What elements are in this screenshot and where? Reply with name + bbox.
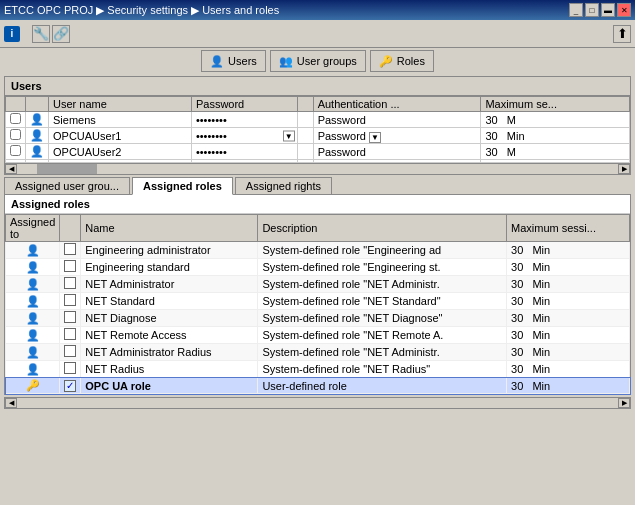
- user-row-auth: Password ▼: [313, 128, 481, 144]
- roles-scroll-left-btn[interactable]: ◀: [5, 398, 17, 408]
- assigned-roles-table: Assigned to Name Description Maximum ses…: [5, 214, 630, 394]
- user-row-password: ••••••••: [191, 144, 297, 160]
- user-row-check[interactable]: [6, 112, 26, 128]
- tab-user-groups[interactable]: 👥 User groups: [270, 50, 366, 72]
- col-check: [6, 97, 26, 112]
- role-row-icon: 🔑: [6, 378, 60, 394]
- role-row-name: OPC UA role: [81, 378, 258, 394]
- role-row-desc: User-defined role: [258, 378, 507, 394]
- col-pw-dropdown: [297, 97, 313, 112]
- col-role-desc: Description: [258, 215, 507, 242]
- toolbar-left: i 🔧 🔗: [4, 25, 70, 43]
- user-row-check[interactable]: [6, 144, 26, 160]
- user-row-max: 30 M: [481, 144, 630, 160]
- role-row[interactable]: 👤 NET Diagnose System-defined role "NET …: [6, 310, 630, 327]
- users-tab-label: Users: [228, 55, 257, 67]
- role-row[interactable]: 👤 NET Remote Access System-defined role …: [6, 327, 630, 344]
- user-row-max: 30 Min: [481, 128, 630, 144]
- role-row[interactable]: 👤 Engineering standard System-defined ro…: [6, 259, 630, 276]
- maximize-button[interactable]: ▬: [601, 3, 615, 17]
- toolbar: i 🔧 🔗 ⬆: [0, 20, 635, 48]
- user-groups-tab-label: User groups: [297, 55, 357, 67]
- role-row-icon: 👤: [6, 242, 60, 259]
- roles-tab-label: Roles: [397, 55, 425, 67]
- user-row-pw-arrow: [297, 128, 313, 144]
- role-row-name: Engineering standard: [81, 259, 258, 276]
- restore-button[interactable]: □: [585, 3, 599, 17]
- role-row-check[interactable]: [60, 310, 81, 327]
- toolbar-icon-1[interactable]: 🔧: [32, 25, 50, 43]
- roles-scroll-right-btn[interactable]: ▶: [618, 398, 630, 408]
- user-row-auth: Password: [313, 112, 481, 128]
- role-row[interactable]: 🔑 ✓ OPC UA role User-defined role 30 Min: [6, 378, 630, 394]
- user-row[interactable]: 👤 OPCUAUser2 •••••••• Password 30 M: [6, 144, 630, 160]
- user-row-username: Siemens: [49, 112, 192, 128]
- users-section: Users User name Password Authentication …: [4, 76, 631, 163]
- role-row-icon: 👤: [6, 361, 60, 378]
- scroll-right-btn[interactable]: ▶: [618, 164, 630, 174]
- role-row-name: NET Remote Access: [81, 327, 258, 344]
- close-button[interactable]: ✕: [617, 3, 631, 17]
- window-controls[interactable]: _ □ ▬ ✕: [569, 3, 631, 17]
- role-row-check[interactable]: [60, 361, 81, 378]
- user-row-icon: 👤: [26, 144, 49, 160]
- sub-tabs: Assigned user grou... Assigned roles Ass…: [4, 177, 631, 195]
- role-row-check[interactable]: [60, 344, 81, 361]
- role-row-desc: System-defined role "NET Radius": [258, 361, 507, 378]
- role-row-desc: System-defined role "Engineering ad: [258, 242, 507, 259]
- sub-tab-assigned-roles[interactable]: Assigned roles: [132, 177, 233, 195]
- user-row-max: 30 M: [481, 112, 630, 128]
- user-row-icon: 👤: [26, 128, 49, 144]
- col-password: Password: [191, 97, 297, 112]
- role-row-check[interactable]: ✓: [60, 378, 81, 394]
- col-assigned-icon: Assigned to: [6, 215, 60, 242]
- roles-tab-icon: 🔑: [379, 55, 393, 68]
- role-row-icon: 👤: [6, 344, 60, 361]
- role-row-desc: System-defined role "NET Administr.: [258, 276, 507, 293]
- user-row[interactable]: 👤 OPCUAUser1 ••••••••▼ Password ▼ 30 Min: [6, 128, 630, 144]
- user-row-check[interactable]: [6, 128, 26, 144]
- role-row-max: 30 Min: [507, 293, 630, 310]
- role-row-icon: 👤: [6, 259, 60, 276]
- export-icon[interactable]: ⬆: [613, 25, 631, 43]
- scroll-left-btn[interactable]: ◀: [5, 164, 17, 174]
- breadcrumb: ETCC OPC PROJ ▶ Security settings ▶ User…: [4, 4, 279, 17]
- role-row-check[interactable]: [60, 327, 81, 344]
- role-row-name: NET Standard: [81, 293, 258, 310]
- role-row[interactable]: 👤 NET Radius System-defined role "NET Ra…: [6, 361, 630, 378]
- toolbar-icon-2[interactable]: 🔗: [52, 25, 70, 43]
- role-row-desc: System-defined role "NET Administr.: [258, 344, 507, 361]
- tab-users[interactable]: 👤 Users: [201, 50, 266, 72]
- user-row-password: ••••••••▼: [191, 128, 297, 144]
- roles-hscroll[interactable]: ◀ ▶: [4, 397, 631, 409]
- main-tabs-bar: 👤 Users 👥 User groups 🔑 Roles: [0, 48, 635, 74]
- user-row-username: OPCUAUser1: [49, 128, 192, 144]
- role-row-check[interactable]: [60, 276, 81, 293]
- role-row[interactable]: 👤 NET Administrator System-defined role …: [6, 276, 630, 293]
- user-row[interactable]: 👤 Siemens •••••••• Password 30 M: [6, 112, 630, 128]
- role-row-desc: System-defined role "NET Standard": [258, 293, 507, 310]
- title-bar: ETCC OPC PROJ ▶ Security settings ▶ User…: [0, 0, 635, 20]
- toolbar-right: ⬆: [613, 25, 631, 43]
- role-row-name: NET Administrator: [81, 276, 258, 293]
- col-auth: Authentication ...: [313, 97, 481, 112]
- info-icon: i: [4, 26, 20, 42]
- users-table: User name Password Authentication ... Ma…: [5, 96, 630, 163]
- sub-tab-assigned-rights[interactable]: Assigned rights: [235, 177, 332, 194]
- col-assigned-check: [60, 215, 81, 242]
- role-row-check[interactable]: [60, 259, 81, 276]
- role-row[interactable]: 👤 Engineering administrator System-defin…: [6, 242, 630, 259]
- users-hscroll[interactable]: ◀ ▶: [4, 163, 631, 175]
- user-row-username: OPCUAUser2: [49, 144, 192, 160]
- role-row-max: 30 Min: [507, 276, 630, 293]
- role-row-check[interactable]: [60, 242, 81, 259]
- minimize-button[interactable]: _: [569, 3, 583, 17]
- role-row-icon: 👤: [6, 293, 60, 310]
- role-row-name: NET Radius: [81, 361, 258, 378]
- role-row[interactable]: 👤 NET Administrator Radius System-define…: [6, 344, 630, 361]
- sub-tab-assigned-user-groups[interactable]: Assigned user grou...: [4, 177, 130, 194]
- role-row[interactable]: 👤 NET Standard System-defined role "NET …: [6, 293, 630, 310]
- role-row-check[interactable]: [60, 293, 81, 310]
- users-tab-icon: 👤: [210, 55, 224, 68]
- tab-roles[interactable]: 🔑 Roles: [370, 50, 434, 72]
